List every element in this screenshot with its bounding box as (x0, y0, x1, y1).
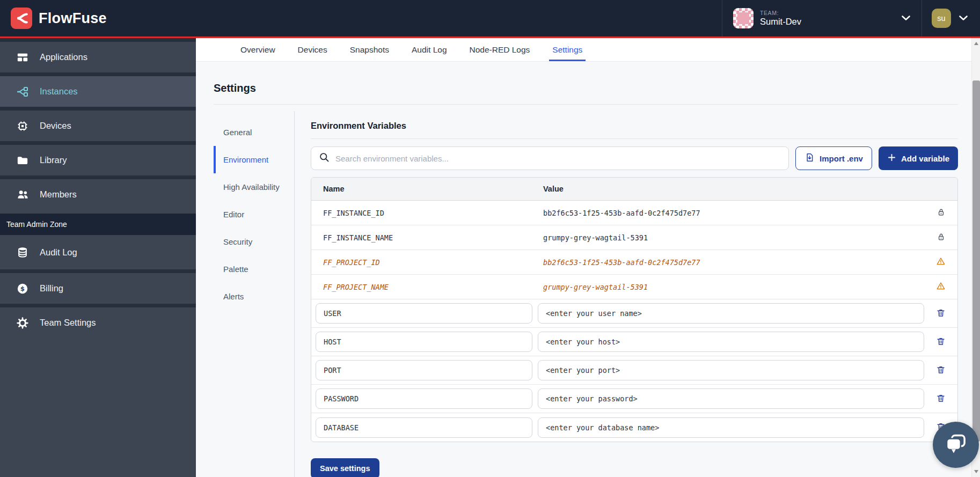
sidebar-item-label: Billing (40, 283, 63, 293)
table-row-editable (311, 385, 957, 413)
scrollbar-up-arrow[interactable] (972, 39, 980, 48)
tab-devices[interactable]: Devices (298, 38, 327, 61)
table-row: FF_INSTANCE_NAME grumpy-grey-wagtail-539… (311, 225, 957, 250)
user-avatar: su (932, 9, 951, 28)
sidebar-item-audit-log[interactable]: Audit Log (0, 235, 196, 269)
page-title: Settings (214, 82, 958, 94)
sidebar-item-library[interactable]: Library (0, 141, 196, 175)
env-var-name-input[interactable] (316, 417, 532, 438)
env-var-name: FF_PROJECT_NAME (311, 283, 543, 291)
sidebar-item-label: Applications (40, 52, 87, 62)
env-var-value-input[interactable] (538, 332, 924, 352)
scrollbar-down-arrow[interactable] (972, 467, 980, 476)
table-row: FF_INSTANCE_ID bb2f6c53-1f25-453b-aafd-0… (311, 201, 957, 225)
flowfuse-logo[interactable]: FlowFuse (11, 8, 107, 29)
chat-icon (944, 432, 968, 458)
sidebar-item-label: Audit Log (40, 247, 77, 258)
sidebar-item-billing[interactable]: $ Billing (0, 269, 196, 304)
env-var-name-input[interactable] (316, 303, 532, 324)
settings-subnav: General Environment High Availability Ed… (214, 111, 294, 477)
import-file-icon (805, 152, 815, 164)
team-label: TEAM: (760, 10, 801, 16)
env-var-name: FF_INSTANCE_NAME (311, 233, 543, 242)
env-var-value: bb2f6c53-1f25-453b-aafd-0c2f475d7e77 (543, 258, 924, 267)
scrollbar[interactable] (971, 38, 980, 477)
lock-icon (937, 208, 946, 218)
tab-overview[interactable]: Overview (240, 38, 275, 61)
search-input[interactable] (335, 154, 781, 163)
lock-icon (937, 232, 946, 243)
warning-icon (936, 256, 946, 268)
chevron-down-icon (901, 13, 911, 23)
tab-snapshots[interactable]: Snapshots (350, 38, 389, 61)
chevron-down-icon (959, 13, 968, 23)
main-content: Overview Devices Snapshots Audit Log Nod… (196, 38, 971, 477)
column-header-name: Name (311, 185, 543, 193)
subnav-item-high-availability[interactable]: High Availability (214, 173, 294, 201)
subnav-item-general[interactable]: General (214, 119, 294, 146)
tab-node-red-logs[interactable]: Node-RED Logs (470, 38, 530, 61)
sidebar-item-label: Devices (40, 121, 71, 131)
env-var-name-input[interactable] (316, 332, 532, 352)
top-bar: FlowFuse TEAM: Sumit-Dev su (0, 0, 980, 38)
team-selector[interactable]: TEAM: Sumit-Dev (722, 0, 922, 36)
save-settings-button[interactable]: Save settings (311, 458, 379, 477)
tab-audit-log[interactable]: Audit Log (412, 38, 447, 61)
sidebar-item-label: Library (40, 155, 67, 165)
sidebar-item-devices[interactable]: Devices (0, 107, 196, 141)
brand-name: FlowFuse (39, 10, 107, 27)
import-env-button[interactable]: Import .env (795, 146, 872, 170)
env-var-value-input[interactable] (538, 388, 924, 409)
trash-icon[interactable] (936, 308, 946, 319)
user-menu[interactable]: su (922, 0, 980, 36)
gear-icon (16, 317, 29, 329)
table-row-editable (311, 356, 957, 385)
env-var-value: grumpy-grey-wagtail-5391 (543, 233, 924, 242)
billing-icon: $ (16, 283, 29, 295)
trash-icon[interactable] (936, 365, 946, 376)
env-var-value-input[interactable] (538, 303, 924, 324)
table-row-editable (311, 328, 957, 356)
audit-log-icon (16, 246, 29, 258)
subnav-item-editor[interactable]: Editor (214, 201, 294, 228)
env-var-name: FF_INSTANCE_ID (311, 209, 543, 217)
env-var-value: grumpy-grey-wagtail-5391 (543, 283, 924, 291)
scrollbar-thumb[interactable] (972, 80, 980, 442)
subnav-item-alerts[interactable]: Alerts (214, 283, 294, 310)
sidebar-item-members[interactable]: Members (0, 175, 196, 210)
sidebar-item-applications[interactable]: Applications (0, 38, 196, 72)
table-row-deprecated: FF_PROJECT_ID bb2f6c53-1f25-453b-aafd-0c… (311, 250, 957, 275)
warning-icon (936, 281, 946, 292)
env-variables-table: Name Value FF_INSTANCE_ID bb2f6c53-1f25-… (311, 177, 958, 442)
sidebar-item-instances[interactable]: Instances (0, 72, 196, 107)
table-row-deprecated: FF_PROJECT_NAME grumpy-grey-wagtail-5391 (311, 275, 957, 299)
plus-icon (887, 153, 896, 164)
tab-settings[interactable]: Settings (552, 38, 582, 61)
instance-tabs: Overview Devices Snapshots Audit Log Nod… (196, 38, 971, 62)
svg-text:$: $ (20, 285, 25, 292)
search-icon (319, 152, 330, 165)
flowfuse-logo-icon (11, 8, 32, 29)
sidebar: Applications Instances Devices Library (0, 38, 196, 477)
trash-icon[interactable] (936, 393, 946, 405)
trash-icon[interactable] (936, 336, 946, 348)
chat-widget-button[interactable] (933, 422, 979, 468)
subnav-item-security[interactable]: Security (214, 228, 294, 255)
add-variable-button[interactable]: Add variable (879, 146, 958, 170)
table-row-editable (311, 413, 957, 442)
env-var-value-input[interactable] (538, 360, 924, 380)
subnav-item-palette[interactable]: Palette (214, 255, 294, 283)
subnav-item-environment[interactable]: Environment (214, 146, 294, 173)
section-title: Environment Variables (311, 121, 958, 139)
team-admin-zone-header: Team Admin Zone (0, 214, 196, 235)
devices-icon (16, 120, 29, 132)
sidebar-item-label: Members (40, 189, 77, 200)
sidebar-item-team-settings[interactable]: Team Settings (0, 304, 196, 338)
env-var-name-input[interactable] (316, 360, 532, 380)
members-icon (16, 188, 29, 201)
divider (214, 104, 958, 105)
env-var-name-input[interactable] (316, 388, 532, 409)
applications-icon (16, 52, 29, 63)
env-var-value-input[interactable] (538, 417, 924, 438)
sidebar-item-label: Instances (40, 86, 78, 97)
